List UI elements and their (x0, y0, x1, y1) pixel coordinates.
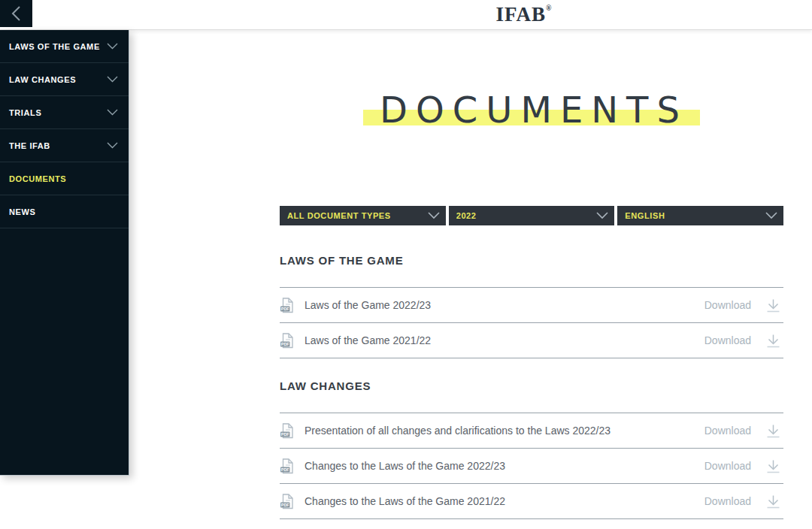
svg-text:PDF: PDF (281, 306, 289, 310)
back-chevron-icon (11, 5, 21, 22)
download-label: Download (704, 299, 751, 311)
back-button[interactable] (0, 0, 32, 27)
svg-text:PDF: PDF (281, 341, 289, 346)
document-row: PDF Laws of the Game 2021/22 Download (280, 323, 783, 358)
sidebar-item-label: NEWS (9, 207, 35, 216)
filter-bar: ALL DOCUMENT TYPES 2022 ENGLISH (280, 206, 783, 225)
section-title: LAWS OF THE GAME (280, 254, 783, 267)
chevron-down-icon (596, 212, 608, 219)
document-info: PDF Changes to the Laws of the Game 2022… (280, 458, 505, 474)
chevron-down-icon (428, 212, 440, 219)
chevron-down-icon (107, 109, 118, 116)
sidebar-item-label: LAWS OF THE GAME (9, 42, 100, 51)
svg-text:PDF: PDF (281, 502, 289, 506)
chevron-down-icon (765, 212, 777, 219)
document-row: PDF Changes to the Laws of the Game 2021… (280, 484, 783, 519)
document-rows: PDF Laws of the Game 2022/23 Download (280, 287, 783, 358)
pdf-file-icon: PDF (280, 298, 295, 313)
document-title: Presentation of all changes and clarific… (304, 425, 611, 437)
pdf-file-icon: PDF (280, 423, 295, 439)
page-title-wrap: DOCUMENTS (280, 89, 783, 131)
document-info: PDF Laws of the Game 2021/22 (280, 333, 431, 349)
download-link[interactable]: Download (704, 494, 783, 509)
documents-page: DOCUMENTS ALL DOCUMENT TYPES 2022 ENGLIS… (280, 30, 783, 519)
ifab-logo-text: IFAB (496, 3, 547, 26)
section-title: LAW CHANGES (280, 379, 783, 392)
filter-dropdown-2022[interactable]: 2022 (449, 206, 615, 225)
sidebar-item-label: DOCUMENTS (9, 174, 66, 183)
document-info: PDF Presentation of all changes and clar… (280, 423, 611, 439)
chevron-down-icon (107, 76, 118, 83)
document-rows: PDF Presentation of all changes and clar… (280, 413, 783, 519)
section-law-changes: LAW CHANGES PDF Presentation of all chan… (280, 379, 783, 519)
download-arrow-icon (765, 459, 782, 473)
registered-trademark-symbol: ® (546, 4, 552, 12)
section-laws-of-the-game: LAWS OF THE GAME PDF Laws of the Game 20… (280, 254, 783, 358)
filter-dropdown-english[interactable]: ENGLISH (617, 206, 783, 225)
sidebar-item-label: THE IFAB (9, 141, 50, 150)
pdf-file-icon: PDF (280, 458, 295, 474)
download-arrow-icon (765, 494, 782, 509)
sidebar-nav: LAWS OF THE GAME LAW CHANGES TRIALS THE … (0, 30, 129, 476)
download-label: Download (704, 495, 751, 507)
filter-dropdown-value: ALL DOCUMENT TYPES (287, 211, 391, 220)
sidebar-item-law-changes[interactable]: LAW CHANGES (0, 63, 129, 96)
sidebar-item-label: TRIALS (9, 108, 41, 117)
document-title: Laws of the Game 2022/23 (304, 299, 431, 311)
document-title: Changes to the Laws of the Game 2022/23 (304, 460, 505, 472)
document-title: Laws of the Game 2021/22 (304, 334, 431, 346)
sidebar-item-news[interactable]: NEWS (0, 195, 129, 228)
download-label: Download (704, 425, 751, 437)
download-label: Download (704, 460, 751, 472)
sidebar-item-laws-of-the-game[interactable]: LAWS OF THE GAME (0, 30, 129, 63)
download-link[interactable]: Download (704, 424, 783, 438)
document-info: PDF Laws of the Game 2022/23 (280, 298, 431, 313)
svg-text:PDF: PDF (281, 431, 289, 436)
top-header-bar: IFAB® (0, 0, 812, 30)
document-row: PDF Presentation of all changes and clar… (280, 413, 783, 449)
document-info: PDF Changes to the Laws of the Game 2021… (280, 494, 505, 509)
svg-text:PDF: PDF (281, 467, 289, 471)
document-row: PDF Changes to the Laws of the Game 2022… (280, 449, 783, 484)
sidebar-item-label: LAW CHANGES (9, 75, 76, 84)
document-title: Changes to the Laws of the Game 2021/22 (304, 495, 505, 507)
chevron-down-icon (107, 43, 118, 50)
download-label: Download (704, 334, 751, 346)
sidebar-item-trials[interactable]: TRIALS (0, 96, 129, 129)
download-arrow-icon (765, 298, 782, 313)
document-sections: LAWS OF THE GAME PDF Laws of the Game 20… (280, 254, 783, 519)
sidebar-item-documents[interactable]: DOCUMENTS (0, 162, 129, 195)
download-arrow-icon (765, 334, 782, 348)
ifab-logo[interactable]: IFAB® (496, 3, 553, 26)
download-arrow-icon (765, 424, 782, 438)
chevron-down-icon (107, 142, 118, 149)
filter-dropdown-all-document-types[interactable]: ALL DOCUMENT TYPES (280, 206, 446, 225)
document-row: PDF Laws of the Game 2022/23 Download (280, 288, 783, 323)
page-title: DOCUMENTS (363, 89, 700, 131)
download-link[interactable]: Download (704, 334, 783, 348)
pdf-file-icon: PDF (280, 333, 295, 349)
filter-dropdown-value: ENGLISH (625, 211, 665, 220)
filter-dropdown-value: 2022 (456, 211, 477, 220)
pdf-file-icon: PDF (280, 494, 295, 509)
download-link[interactable]: Download (704, 298, 783, 313)
sidebar-item-the-ifab[interactable]: THE IFAB (0, 129, 129, 162)
download-link[interactable]: Download (704, 459, 783, 473)
